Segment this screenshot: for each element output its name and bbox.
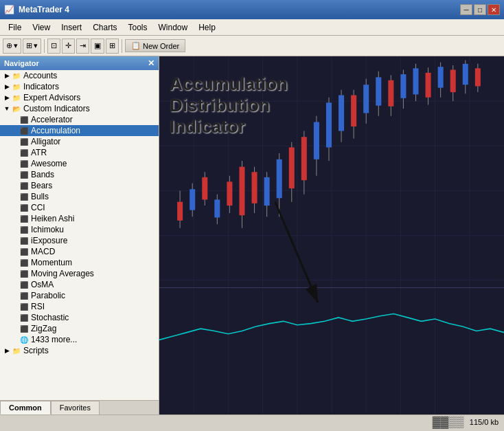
- indicator-icon-accelerator: ⬛: [19, 115, 29, 124]
- nav-label-zigzag: ZigZag: [31, 324, 56, 333]
- nav-item-moving-averages[interactable]: ⬛ Moving Averages: [0, 268, 159, 279]
- nav-item-more[interactable]: 🌐 1433 more...: [0, 334, 159, 345]
- indicator-icon-rsi: ⬛: [19, 302, 29, 311]
- nav-item-alligator[interactable]: ⬛ Alligator: [0, 136, 159, 147]
- menu-charts[interactable]: Charts: [87, 21, 122, 34]
- indicator-icon-macd: ⬛: [19, 247, 29, 256]
- toolbar-icon-7: ⊞: [109, 41, 115, 50]
- menu-help[interactable]: Help: [193, 21, 221, 34]
- indicator-icon-stochastic: ⬛: [19, 313, 29, 322]
- nav-label-cci: CCI: [31, 203, 45, 212]
- annotation-line2: Distribution: [170, 95, 288, 116]
- nav-label-accelerator: Accelerator: [31, 115, 73, 124]
- folder-icon-indicators: 📁: [12, 82, 21, 91]
- main-area: Navigator ✕ ▶ 📁 Accounts ▶ 📁 Indicators …: [0, 56, 504, 415]
- chart-area[interactable]: Accumulation Distribution Indicator: [159, 56, 504, 415]
- svg-rect-31: [264, 177, 270, 206]
- nav-item-stochastic[interactable]: ⬛ Stochastic: [0, 312, 159, 323]
- toolbar-btn-7[interactable]: ⊞: [106, 38, 119, 54]
- nav-label-moving-averages: Moving Averages: [31, 269, 94, 278]
- nav-item-rsi[interactable]: ⬛ RSI: [0, 301, 159, 312]
- tab-favorites[interactable]: Favorites: [51, 401, 100, 415]
- navigator-content[interactable]: ▶ 📁 Accounts ▶ 📁 Indicators ▶ 📁 Expert A…: [0, 70, 159, 400]
- toolbar-btn-5[interactable]: ⇥: [76, 38, 89, 54]
- nav-item-expert-advisors[interactable]: ▶ 📁 Expert Advisors: [0, 92, 159, 103]
- toolbar-separator-1: [44, 39, 45, 53]
- nav-label-atr: ATR: [31, 148, 47, 157]
- navigator-close-button[interactable]: ✕: [148, 58, 154, 68]
- svg-rect-59: [438, 67, 444, 87]
- title-bar-controls: ─ □ ✕: [460, 4, 500, 15]
- navigator-title: Navigator: [4, 59, 39, 67]
- nav-item-awesome[interactable]: ⬛ Awesome: [0, 158, 159, 169]
- nav-item-bands[interactable]: ⬛ Bands: [0, 169, 159, 180]
- svg-rect-39: [314, 122, 319, 159]
- nav-item-atr[interactable]: ⬛ ATR: [0, 147, 159, 158]
- toolbar-separator-2: [122, 39, 122, 53]
- svg-rect-55: [413, 68, 418, 94]
- svg-rect-57: [426, 73, 431, 98]
- indicator-icon-bears: ⬛: [19, 181, 29, 190]
- svg-rect-51: [388, 80, 393, 107]
- nav-item-momentum[interactable]: ⬛ Momentum: [0, 257, 159, 268]
- indicator-icon-cci: ⬛: [19, 203, 29, 212]
- nav-item-macd[interactable]: ⬛ MACD: [0, 246, 159, 257]
- nav-item-parabolic[interactable]: ⬛ Parabolic: [0, 290, 159, 301]
- svg-rect-25: [227, 181, 232, 206]
- svg-rect-33: [277, 159, 282, 198]
- nav-item-bulls[interactable]: ⬛ Bulls: [0, 191, 159, 202]
- folder-icon-ea: 📁: [12, 93, 21, 102]
- nav-label-accumulation: Accumulation: [31, 126, 80, 135]
- indicator-icon-alligator: ⬛: [19, 137, 29, 146]
- close-button[interactable]: ✕: [488, 4, 500, 15]
- toolbar-btn-4[interactable]: ✛: [62, 38, 75, 54]
- nav-item-scripts[interactable]: ▶ 📁 Scripts: [0, 345, 159, 356]
- indicator-icon-momentum: ⬛: [19, 258, 29, 267]
- nav-item-heiken-ashi[interactable]: ⬛ Heiken Ashi: [0, 213, 159, 224]
- annotation-line1: Accumulation: [170, 74, 288, 95]
- menu-tools[interactable]: Tools: [123, 21, 153, 34]
- nav-item-custom-indicators[interactable]: ▼ 📂 Custom Indicators: [0, 103, 159, 114]
- minimize-button[interactable]: ─: [460, 4, 472, 15]
- nav-item-osma[interactable]: ⬛ OsMA: [0, 279, 159, 290]
- svg-rect-61: [450, 70, 456, 93]
- svg-rect-37: [301, 137, 307, 180]
- nav-item-accounts[interactable]: ▶ 📁 Accounts: [0, 70, 159, 81]
- nav-label-custom-indicators: Custom Indicators: [23, 104, 90, 113]
- toolbar-btn-6[interactable]: ▣: [91, 38, 104, 54]
- tab-common[interactable]: Common: [0, 401, 51, 415]
- nav-label-heiken-ashi: Heiken Ashi: [31, 214, 74, 223]
- svg-rect-17: [177, 202, 183, 221]
- toolbar-btn-2[interactable]: ⊞▾: [23, 38, 41, 54]
- nav-label-ea: Expert Advisors: [23, 93, 80, 102]
- nav-label-accounts: Accounts: [23, 71, 57, 80]
- toolbar-btn-1[interactable]: ⊕▾: [3, 38, 21, 54]
- nav-item-iexposure[interactable]: ⬛ iExposure: [0, 235, 159, 246]
- annotation-overlay: Accumulation Distribution Indicator: [170, 74, 288, 138]
- nav-item-bears[interactable]: ⬛ Bears: [0, 180, 159, 191]
- nav-label-scripts: Scripts: [23, 346, 49, 355]
- nav-item-indicators[interactable]: ▶ 📁 Indicators: [0, 81, 159, 92]
- nav-item-cci[interactable]: ⬛ CCI: [0, 202, 159, 213]
- nav-label-parabolic: Parabolic: [31, 291, 65, 300]
- toolbar-icon-1: ⊕: [6, 41, 12, 50]
- nav-item-accumulation[interactable]: ⬛ Accumulation: [0, 125, 159, 136]
- menu-window[interactable]: Window: [153, 21, 194, 34]
- new-order-button[interactable]: 📋 New Order: [125, 39, 185, 52]
- menu-file[interactable]: File: [3, 21, 27, 34]
- folder-icon-scripts: 📁: [12, 346, 21, 355]
- svg-rect-47: [363, 85, 369, 113]
- menu-view[interactable]: View: [27, 21, 56, 34]
- menu-insert[interactable]: Insert: [56, 21, 87, 34]
- toolbar-btn-3[interactable]: ⊡: [47, 38, 60, 54]
- maximize-button[interactable]: □: [474, 4, 486, 15]
- nav-item-accelerator[interactable]: ⬛ Accelerator: [0, 114, 159, 125]
- nav-item-ichimoku[interactable]: ⬛ Ichimoku: [0, 224, 159, 235]
- indicator-icon-atr: ⬛: [19, 148, 29, 157]
- nav-label-macd: MACD: [31, 247, 55, 256]
- nav-item-zigzag[interactable]: ⬛ ZigZag: [0, 323, 159, 334]
- nav-label-bears: Bears: [31, 181, 52, 190]
- svg-rect-29: [252, 172, 257, 203]
- nav-label-iexposure: iExposure: [31, 236, 67, 245]
- svg-rect-23: [214, 199, 220, 217]
